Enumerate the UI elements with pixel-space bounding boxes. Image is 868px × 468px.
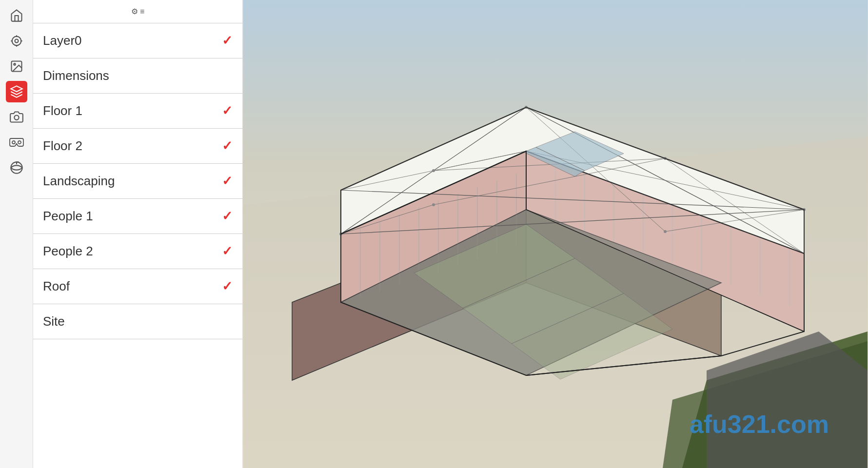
- svg-point-10: [12, 141, 15, 144]
- layer-item-floor-2[interactable]: Floor 2✓: [33, 129, 242, 164]
- svg-point-11: [18, 141, 21, 144]
- layer-name: Layer0: [43, 33, 82, 48]
- svg-point-7: [14, 63, 16, 65]
- svg-point-63: [432, 203, 435, 206]
- layer-item-people-1[interactable]: People 1✓: [33, 199, 242, 234]
- layer-check-icon[interactable]: ✓: [222, 209, 233, 224]
- layer-check-icon[interactable]: ✓: [222, 138, 233, 154]
- layer-name: Floor 1: [43, 103, 82, 118]
- layer-name: Floor 2: [43, 138, 82, 154]
- layers-header: ⚙ ≡: [33, 0, 242, 23]
- layer-name: Site: [43, 314, 65, 329]
- layer-item-roof[interactable]: Roof✓: [33, 269, 242, 304]
- layers-list: Layer0✓DimensionsFloor 1✓Floor 2✓Landsca…: [33, 23, 242, 339]
- layer-item-floor-1[interactable]: Floor 1✓: [33, 94, 242, 129]
- layer-item-landscaping[interactable]: Landscaping✓: [33, 164, 242, 199]
- layers-header-title: ⚙ ≡: [131, 7, 145, 16]
- layer-item-dimensions[interactable]: Dimensions: [33, 58, 242, 94]
- layer-item-site[interactable]: Site: [33, 304, 242, 339]
- layer-check-icon[interactable]: ✓: [222, 279, 233, 294]
- viewport[interactable]: afu321.com: [243, 0, 868, 468]
- layer-item-people-2[interactable]: People 2✓: [33, 234, 242, 269]
- layer-check-icon[interactable]: ✓: [222, 33, 233, 48]
- layer-name: Landscaping: [43, 174, 115, 189]
- svg-point-9: [14, 116, 19, 120]
- camera-button[interactable]: [6, 106, 27, 128]
- image-button[interactable]: [6, 56, 27, 77]
- home-button[interactable]: [6, 5, 27, 26]
- svg-point-64: [664, 230, 667, 233]
- layer-check-icon[interactable]: ✓: [222, 103, 233, 118]
- svg-point-1: [15, 39, 18, 43]
- svg-marker-8: [11, 86, 22, 92]
- layer-name: People 1: [43, 209, 93, 224]
- svg-point-0: [12, 37, 21, 46]
- layer-name: People 2: [43, 244, 93, 259]
- watermark: afu321.com: [690, 410, 829, 439]
- layer-check-icon[interactable]: ✓: [222, 174, 233, 189]
- layers-panel: ⚙ ≡ Layer0✓DimensionsFloor 1✓Floor 2✓Lan…: [33, 0, 243, 468]
- layer-item-layer0[interactable]: Layer0✓: [33, 23, 242, 58]
- layer-name: Dimensions: [43, 68, 109, 83]
- layers-button[interactable]: [6, 81, 27, 102]
- svg-point-61: [432, 169, 435, 172]
- layer-name: Roof: [43, 279, 70, 294]
- layer-check-icon[interactable]: ✓: [222, 244, 233, 259]
- vr-button[interactable]: [6, 132, 27, 153]
- measure-button[interactable]: [6, 30, 27, 52]
- icon-toolbar: [0, 0, 33, 468]
- orbit-button[interactable]: [6, 157, 27, 178]
